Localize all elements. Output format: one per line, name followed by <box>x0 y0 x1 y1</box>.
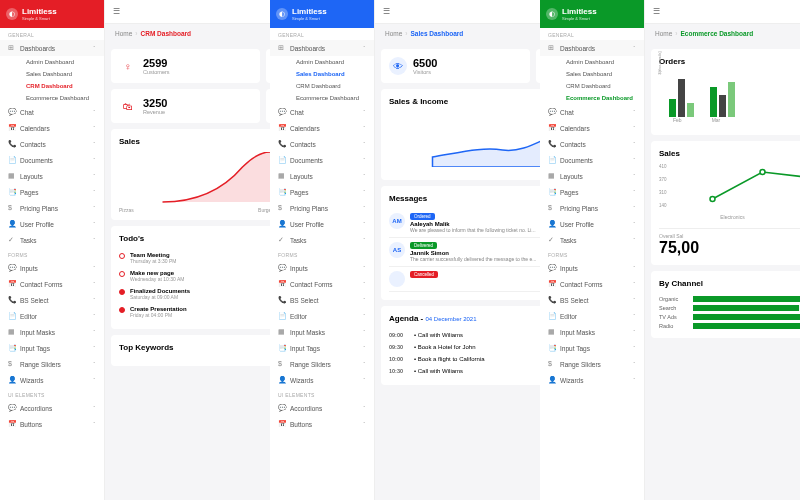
sidebar-item-sales[interactable]: Sales Dashboard <box>18 68 104 80</box>
todo-checkbox[interactable] <box>119 253 125 259</box>
sidebar-item[interactable]: 📅Calendars˅ <box>540 120 644 136</box>
sidebar-item[interactable]: ▦Input Masks˅ <box>540 324 644 340</box>
sidebar-item-crm[interactable]: CRM Dashboard <box>558 80 644 92</box>
todo-checkbox[interactable] <box>119 271 125 277</box>
overall-sales-value: 75,00 <box>659 239 800 257</box>
sidebar-item[interactable]: 📞BS Select˅ <box>0 292 104 308</box>
brand-name: Limitless <box>22 7 57 16</box>
sidebar-item-sales[interactable]: Sales Dashboard <box>558 68 644 80</box>
menu-icon[interactable]: ☰ <box>113 7 123 16</box>
sidebar-item[interactable]: 📞Contacts˅ <box>540 136 644 152</box>
stat-customers: ♀2599Customers <box>111 49 260 83</box>
chevron-right-icon: › <box>135 30 137 37</box>
sidebar-item[interactable]: 📞BS Select˅ <box>270 292 374 308</box>
sidebar-item[interactable]: $Range Sliders˅ <box>0 356 104 372</box>
sidebar-item[interactable]: 👤Wizards˅ <box>270 372 374 388</box>
sidebar-item[interactable]: 📄Editor˅ <box>270 308 374 324</box>
sidebar-item[interactable]: 📄Editor˅ <box>540 308 644 324</box>
sidebar-item[interactable]: 💬Inputs˅ <box>540 260 644 276</box>
sidebar-item-ecom[interactable]: Ecommerce Dashboard <box>288 92 374 104</box>
sidebar-item[interactable]: ▦Input Masks˅ <box>270 324 374 340</box>
sidebar-item[interactable]: 📄Editor˅ <box>0 308 104 324</box>
sidebar-item-crm[interactable]: CRM Dashboard <box>18 80 104 92</box>
sidebar-item[interactable]: 📅Buttons˅ <box>0 416 104 432</box>
sidebar-item[interactable]: ▦Input Masks˅ <box>0 324 104 340</box>
sidebar-item[interactable]: $Pricing Plans˅ <box>0 200 104 216</box>
sidebar-item[interactable]: 📞Contacts˅ <box>270 136 374 152</box>
sidebar-item[interactable]: 📅Calendars˅ <box>270 120 374 136</box>
sidebar-item[interactable]: $Pricing Plans˅ <box>270 200 374 216</box>
nav-dashboards[interactable]: ⊞Dashboards˄ <box>270 40 374 56</box>
sidebar-item[interactable]: $Range Sliders˅ <box>540 356 644 372</box>
sidebar-item[interactable]: 📑Input Tags˅ <box>270 340 374 356</box>
sidebar-item[interactable]: 📑Input Tags˅ <box>540 340 644 356</box>
sidebar-item-sales[interactable]: Sales Dashboard <box>288 68 374 80</box>
sidebar-item[interactable]: ▦Layouts˅ <box>270 168 374 184</box>
chevron-down-icon: ˅ <box>363 265 366 271</box>
topbar: ☰ <box>645 0 800 24</box>
sidebar-item[interactable]: 💬Chat˅ <box>540 104 644 120</box>
sidebar-item[interactable]: 💬Accordions˅ <box>270 400 374 416</box>
sidebar-item-ecom[interactable]: Ecommerce Dashboard <box>18 92 104 104</box>
sidebar-item[interactable]: ▦Layouts˅ <box>540 168 644 184</box>
sidebar-item[interactable]: $Pricing Plans˅ <box>540 200 644 216</box>
chevron-down-icon: ˅ <box>633 189 636 195</box>
sidebar-item[interactable]: 📞Contacts˅ <box>0 136 104 152</box>
chevron-down-icon: ˅ <box>93 141 96 147</box>
sidebar-item[interactable]: ✓Tasks˅ <box>540 232 644 248</box>
sidebar-item-admin[interactable]: Admin Dashboard <box>558 56 644 68</box>
sidebar-item[interactable]: 📑Pages˅ <box>540 184 644 200</box>
sidebar-item[interactable]: ✓Tasks˅ <box>270 232 374 248</box>
nav-icon: 💬 <box>8 108 16 116</box>
sidebar-item-admin[interactable]: Admin Dashboard <box>18 56 104 68</box>
todo-checkbox[interactable] <box>119 289 125 295</box>
sidebar-item[interactable]: 💬Chat˅ <box>0 104 104 120</box>
sidebar-item[interactable]: 💬Accordions˅ <box>0 400 104 416</box>
sidebar-item[interactable]: 📄Documents˅ <box>270 152 374 168</box>
sidebar-item[interactable]: 📑Pages˅ <box>0 184 104 200</box>
sidebar-item[interactable]: ✓Tasks˅ <box>0 232 104 248</box>
sidebar-item[interactable]: 📅Contact Forms˅ <box>270 276 374 292</box>
sidebar-item[interactable]: 👤Wizards˅ <box>540 372 644 388</box>
sidebar-item[interactable]: 📅Calendars˅ <box>0 120 104 136</box>
sidebar-item[interactable]: 📞BS Select˅ <box>540 292 644 308</box>
sidebar-item[interactable]: 📅Contact Forms˅ <box>540 276 644 292</box>
sidebar-item[interactable]: 📅Buttons˅ <box>270 416 374 432</box>
sidebar-item[interactable]: 👤User Profile˅ <box>0 216 104 232</box>
sidebar-item[interactable]: $Range Sliders˅ <box>270 356 374 372</box>
nav-icon: ✓ <box>8 236 16 244</box>
sidebar-item[interactable]: 💬Inputs˅ <box>0 260 104 276</box>
chevron-down-icon: ˅ <box>93 313 96 319</box>
nav-icon: 📞 <box>278 140 286 148</box>
chevron-down-icon: ˅ <box>363 221 366 227</box>
nav-icon: 👤 <box>278 376 286 384</box>
nav-dashboards[interactable]: ⊞Dashboards˄ <box>540 40 644 56</box>
todo-checkbox[interactable] <box>119 307 125 313</box>
nav-icon: $ <box>548 360 556 368</box>
sidebar-item[interactable]: 👤Wizards˅ <box>0 372 104 388</box>
nav-dashboards[interactable]: ⊞Dashboards˄ <box>0 40 104 56</box>
chevron-down-icon: ˅ <box>363 141 366 147</box>
sidebar-item[interactable]: 📑Pages˅ <box>270 184 374 200</box>
sidebar-item[interactable]: 👤User Profile˅ <box>540 216 644 232</box>
dashboard-icon: ⊞ <box>548 44 556 52</box>
chevron-down-icon: ˅ <box>363 313 366 319</box>
chevron-down-icon: ˅ <box>93 125 96 131</box>
sidebar-item[interactable]: 📑Input Tags˅ <box>0 340 104 356</box>
sidebar-item[interactable]: 📄Documents˅ <box>540 152 644 168</box>
chevron-down-icon: ˅ <box>633 141 636 147</box>
nav-icon: 📄 <box>278 312 286 320</box>
menu-icon[interactable]: ☰ <box>383 7 393 16</box>
sidebar-item[interactable]: 👤User Profile˅ <box>270 216 374 232</box>
sidebar-item-admin[interactable]: Admin Dashboard <box>288 56 374 68</box>
nav-icon: 📄 <box>8 312 16 320</box>
sidebar-item[interactable]: 📄Documents˅ <box>0 152 104 168</box>
sidebar-item[interactable]: 💬Chat˅ <box>270 104 374 120</box>
sidebar-item[interactable]: 📅Contact Forms˅ <box>0 276 104 292</box>
chevron-down-icon: ˅ <box>93 329 96 335</box>
sidebar-item[interactable]: 💬Inputs˅ <box>270 260 374 276</box>
sidebar-item-ecom[interactable]: Ecommerce Dashboard <box>558 92 644 104</box>
menu-icon[interactable]: ☰ <box>653 7 663 16</box>
sidebar-item-crm[interactable]: CRM Dashboard <box>288 80 374 92</box>
sidebar-item[interactable]: ▦Layouts˅ <box>0 168 104 184</box>
